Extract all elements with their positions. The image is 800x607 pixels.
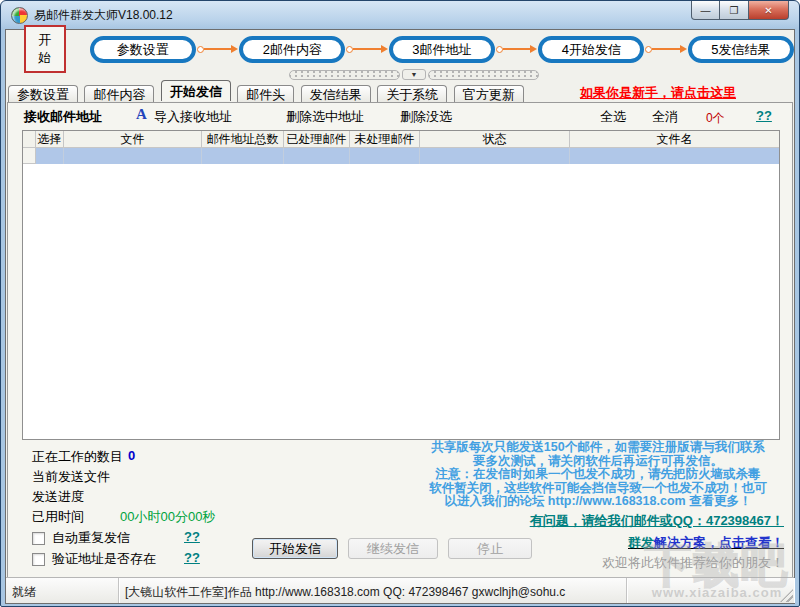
notice-line: 共享版每次只能发送150个邮件，如需要注册版请与我们联系 (396, 441, 800, 455)
gripper-strip[interactable] (428, 70, 539, 80)
current-file-label: 当前发送文件 (32, 468, 110, 486)
status-ready: 就绪 (6, 578, 119, 603)
window-controls: — ❐ ✕ (691, 1, 789, 20)
col-processed[interactable]: 已处理邮件 (284, 131, 350, 148)
col-filename[interactable]: 文件名 (570, 131, 779, 148)
shareware-notice: 共享版每次只能发送150个邮件，如需要注册版请与我们联系 要多次测试，请关闭软件… (396, 441, 800, 509)
arrow-right-icon (645, 45, 687, 53)
solution-link[interactable]: 群发解决方案，点击查看！ (628, 534, 784, 552)
contact-qq-link[interactable]: 有问题，请给我们邮件或QQ：472398467！ (530, 512, 784, 530)
import-A-icon: A (136, 106, 147, 123)
start-sending-button[interactable]: 开始发信 (252, 538, 338, 559)
elapsed-time-value: 00小时00分00秒 (120, 508, 215, 526)
status-filler (627, 578, 794, 603)
working-count-value: 0 (128, 448, 135, 463)
maximize-icon[interactable]: ❐ (720, 1, 748, 20)
progress-label: 发送进度 (32, 488, 84, 506)
table-row[interactable] (23, 148, 779, 164)
auto-repeat-row: 自动重复发信 (32, 529, 130, 547)
close-icon[interactable]: ✕ (748, 1, 789, 20)
arrow-right-icon (346, 45, 388, 53)
auto-repeat-help-link[interactable]: ?? (184, 529, 200, 544)
verify-address-help-link[interactable]: ?? (184, 550, 200, 565)
address-help-link[interactable]: ?? (756, 108, 772, 123)
arrow-right-icon (197, 45, 239, 53)
resize-grip[interactable] (780, 589, 793, 602)
address-toolbar: 接收邮件地址 A 导入接收地址 删除选中地址 删除没选 全选 全消 0个 ?? (8, 103, 792, 129)
step-mail-address[interactable]: 3邮件地址 (389, 36, 495, 63)
continue-sending-button: 继续发信 (348, 538, 438, 559)
tab-mail-header[interactable]: 邮件头 (237, 85, 294, 103)
tab-about-system[interactable]: 关于系统 (377, 85, 447, 103)
verify-address-checkbox[interactable] (32, 553, 45, 566)
chevron-down-icon[interactable]: ▼ (402, 69, 426, 80)
address-file-table[interactable]: 选择 文件 邮件地址总数 已处理邮件 未处理邮件 状态 文件名 (22, 130, 780, 440)
col-file[interactable]: 文件 (64, 131, 202, 148)
tab-bar: 参数设置 邮件内容 开始发信 邮件头 发信结果 关于系统 官方更新 如果你是新手… (6, 80, 794, 102)
toolbar-gripper[interactable]: ▼ (289, 69, 539, 80)
step-start-sending[interactable]: 4开始发信 (538, 36, 644, 63)
start-sending-page: 接收邮件地址 A 导入接收地址 删除选中地址 删除没选 全选 全消 0个 ?? … (7, 102, 793, 579)
clear-all-button[interactable]: 全消 (652, 108, 678, 126)
receive-address-title: 接收邮件地址 (24, 108, 102, 126)
row-gutter (23, 131, 36, 148)
gripper-strip[interactable] (289, 70, 400, 80)
minimize-icon[interactable]: — (691, 1, 720, 20)
start-button[interactable]: 开始 (24, 25, 66, 73)
tab-send-result[interactable]: 发信结果 (301, 85, 371, 103)
elapsed-time-label: 已用时间 (32, 508, 84, 526)
tab-mail-content[interactable]: 邮件内容 (84, 85, 154, 103)
auto-repeat-checkbox[interactable] (32, 532, 45, 545)
recommend-text: 欢迎将此软件推荐给你的朋友！ (602, 554, 784, 572)
notice-line: 注意：在发信时如果一个也发不成功，请先把防火墙或杀毒 (396, 468, 800, 482)
arrow-right-icon (496, 45, 538, 53)
col-select[interactable]: 选择 (36, 131, 64, 148)
col-status[interactable]: 状态 (420, 131, 570, 148)
import-address-button[interactable]: 导入接收地址 (154, 108, 232, 126)
tab-parameter-settings[interactable]: 参数设置 (8, 85, 78, 103)
notice-line: 以进入我们的论坛 http://www.168318.com 查看更多！ (396, 495, 800, 509)
verify-address-row: 验证地址是否存在 (32, 550, 156, 568)
select-all-button[interactable]: 全选 (600, 108, 626, 126)
client-area: 开始 参数设置 2邮件内容 3邮件地址 4开始发信 5发信结果 ▼ 参数设置 邮… (5, 29, 795, 604)
newbie-help-link[interactable]: 如果你是新手，请点击这里 (580, 84, 736, 102)
status-bar: 就绪 [大镜山软件工作室]作品 http://www.168318.com QQ… (6, 577, 794, 603)
notice-line: 软件暂关闭，这些软件可能会挡信导致一个也发不成功！也可 (396, 482, 800, 496)
title-bar[interactable]: 易邮件群发大师V18.00.12 — ❐ ✕ (5, 1, 795, 29)
step-mail-content[interactable]: 2邮件内容 (239, 36, 345, 63)
tab-start-sending[interactable]: 开始发信 (161, 80, 231, 101)
send-status-panel: 正在工作的数目 0 当前发送文件 发送进度 已用时间 00小时00分00秒 自动… (8, 440, 792, 580)
address-count: 0个 (706, 110, 725, 127)
status-credit: [大镜山软件工作室]作品 http://www.168318.com QQ: 4… (119, 578, 627, 603)
delete-selected-button[interactable]: 删除选中地址 (286, 108, 364, 126)
col-unprocessed[interactable]: 未处理邮件 (350, 131, 420, 148)
table-header-row: 选择 文件 邮件地址总数 已处理邮件 未处理邮件 状态 文件名 (23, 131, 779, 148)
auto-repeat-label: 自动重复发信 (52, 529, 130, 547)
app-window: 易邮件群发大师V18.00.12 — ❐ ✕ 开始 参数设置 2邮件内容 3邮件… (0, 0, 800, 607)
app-icon (11, 7, 28, 24)
workflow-bar: 开始 参数设置 2邮件内容 3邮件地址 4开始发信 5发信结果 (6, 30, 794, 68)
col-total-addresses[interactable]: 邮件地址总数 (202, 131, 284, 148)
delete-unselected-button[interactable]: 删除没选 (400, 108, 452, 126)
tab-official-update[interactable]: 官方更新 (454, 85, 524, 103)
verify-address-label: 验证地址是否存在 (52, 550, 156, 568)
working-count-label: 正在工作的数目 (32, 448, 123, 466)
stop-button: 停止 (448, 538, 532, 559)
window-title: 易邮件群发大师V18.00.12 (34, 7, 173, 24)
step-parameter-settings[interactable]: 参数设置 (90, 36, 196, 63)
step-send-result[interactable]: 5发信结果 (688, 36, 794, 63)
